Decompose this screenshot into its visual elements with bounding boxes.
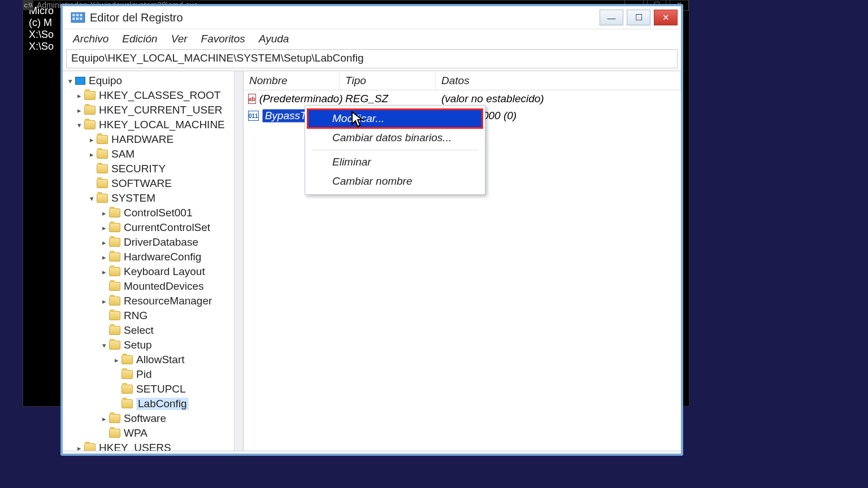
expand-icon[interactable]: ▸ bbox=[100, 209, 108, 217]
expand-icon[interactable]: ▾ bbox=[66, 77, 74, 85]
tree-hkcu[interactable]: HKEY_CURRENT_USER bbox=[99, 104, 223, 116]
tree-pid[interactable]: Pid bbox=[136, 368, 151, 381]
tree-drv[interactable]: DriverDatabase bbox=[124, 236, 198, 249]
titlebar[interactable]: Editor del Registro ― ☐ ✕ bbox=[63, 6, 681, 29]
folder-icon bbox=[97, 194, 108, 203]
folder-icon bbox=[109, 429, 120, 438]
expand-icon[interactable]: ▸ bbox=[100, 253, 108, 262]
menu-favorites[interactable]: Favoritos bbox=[194, 30, 252, 47]
menu-edit[interactable]: Edición bbox=[115, 30, 164, 47]
close-button[interactable]: ✕ bbox=[654, 10, 678, 25]
expand-icon[interactable]: ▸ bbox=[100, 224, 108, 232]
expand-icon[interactable]: ▸ bbox=[100, 238, 108, 247]
tree-software[interactable]: SOFTWARE bbox=[111, 177, 172, 190]
tree-hardware[interactable]: HARDWARE bbox=[111, 133, 173, 146]
tree-scrollbar[interactable] bbox=[234, 71, 243, 451]
expand-icon[interactable]: ▸ bbox=[112, 356, 120, 364]
tree-sel[interactable]: Select bbox=[124, 324, 154, 337]
regedit-window: Editor del Registro ― ☐ ✕ Archivo Edició… bbox=[61, 5, 683, 455]
tree-pane[interactable]: ▾ Equipo ▸HKEY_CLASSES_ROOT ▸HKEY_CURREN… bbox=[63, 71, 244, 451]
tree-sam[interactable]: SAM bbox=[111, 148, 134, 160]
string-value-icon: ab bbox=[248, 94, 256, 104]
tree-hkcr[interactable]: HKEY_CLASSES_ROOT bbox=[99, 89, 220, 102]
folder-icon bbox=[109, 208, 120, 217]
expand-icon[interactable]: ▸ bbox=[75, 106, 83, 115]
tree-security[interactable]: SECURITY bbox=[111, 163, 166, 175]
details-pane[interactable]: Nombre Tipo Datos ab (Predeterminado) RE… bbox=[244, 71, 681, 451]
expand-icon[interactable]: ▸ bbox=[75, 91, 83, 100]
menu-file[interactable]: Archivo bbox=[66, 30, 115, 47]
folder-icon bbox=[109, 311, 120, 320]
tree-setupcl[interactable]: SETUPCL bbox=[136, 383, 186, 395]
svg-rect-5 bbox=[76, 18, 79, 20]
value-data: (valor no establecido) bbox=[436, 93, 681, 105]
folder-icon bbox=[109, 238, 120, 247]
tree-labconfig[interactable]: LabConfig bbox=[136, 398, 189, 410]
folder-icon bbox=[97, 150, 108, 159]
dword-value-icon: 011 bbox=[248, 111, 259, 121]
ctx-binary[interactable]: Cambiar datos binarios... bbox=[307, 128, 483, 147]
folder-icon bbox=[109, 326, 120, 335]
tree-cs001[interactable]: ControlSet001 bbox=[124, 207, 192, 219]
expand-icon[interactable]: ▸ bbox=[100, 415, 108, 423]
expand-icon[interactable]: ▸ bbox=[75, 444, 83, 451]
expand-icon[interactable]: ▸ bbox=[88, 150, 96, 159]
folder-icon bbox=[109, 223, 120, 232]
menu-view[interactable]: Ver bbox=[164, 30, 194, 47]
tree-md[interactable]: MountedDevices bbox=[124, 280, 204, 293]
ctx-delete[interactable]: Eliminar bbox=[307, 152, 483, 172]
tree-kb[interactable]: Keyboard Layout bbox=[124, 265, 205, 278]
tree-hklm[interactable]: HKEY_LOCAL_MACHINE bbox=[99, 119, 225, 131]
ctx-rename[interactable]: Cambiar nombre bbox=[307, 172, 483, 191]
folder-icon bbox=[84, 91, 96, 100]
folder-icon bbox=[109, 252, 120, 262]
svg-rect-3 bbox=[80, 14, 82, 16]
cmd-icon: c:\\ bbox=[23, 0, 33, 10]
tree-software2[interactable]: Software bbox=[124, 412, 166, 425]
expand-icon[interactable]: ▾ bbox=[100, 341, 108, 350]
ctx-modify[interactable]: Modificar... bbox=[307, 109, 483, 128]
svg-rect-6 bbox=[80, 18, 82, 20]
regedit-icon bbox=[71, 10, 85, 25]
tree-rm[interactable]: ResourceManager bbox=[124, 295, 212, 307]
folder-icon bbox=[109, 297, 120, 306]
folder-icon bbox=[121, 385, 133, 394]
menu-help[interactable]: Ayuda bbox=[252, 30, 296, 47]
maximize-button[interactable]: ☐ bbox=[627, 10, 650, 25]
column-headers[interactable]: Nombre Tipo Datos bbox=[244, 71, 681, 90]
expand-icon[interactable]: ▸ bbox=[100, 268, 108, 276]
col-type[interactable]: Tipo bbox=[340, 72, 436, 89]
tree-root[interactable]: Equipo bbox=[89, 75, 122, 87]
menubar: Archivo Edición Ver Favoritos Ayuda bbox=[63, 29, 681, 48]
expand-icon[interactable]: ▾ bbox=[75, 121, 83, 129]
address-bar[interactable]: Equipo\HKEY_LOCAL_MACHINE\SYSTEM\Setup\L… bbox=[66, 49, 678, 68]
folder-icon bbox=[84, 106, 96, 115]
expand-icon[interactable]: ▸ bbox=[88, 136, 96, 144]
ctx-separator bbox=[312, 150, 478, 150]
tree-system[interactable]: SYSTEM bbox=[111, 192, 155, 204]
svg-rect-2 bbox=[76, 14, 79, 16]
tree-hku[interactable]: HKEY_USERS bbox=[99, 442, 171, 451]
context-menu: Modificar... Cambiar datos binarios... E… bbox=[305, 105, 485, 195]
tree-ccs[interactable]: CurrentControlSet bbox=[124, 221, 210, 234]
folder-icon bbox=[121, 399, 133, 408]
svg-rect-1 bbox=[72, 14, 75, 16]
tree-hw[interactable]: HardwareConfig bbox=[124, 251, 201, 263]
tree-setup[interactable]: Setup bbox=[124, 339, 152, 351]
folder-icon bbox=[109, 282, 120, 291]
minimize-button[interactable]: ― bbox=[600, 10, 623, 25]
svg-rect-4 bbox=[72, 18, 75, 20]
tree-rng[interactable]: RNG bbox=[124, 310, 147, 322]
folder-icon bbox=[109, 267, 120, 276]
tree-allowstart[interactable]: AllowStart bbox=[136, 354, 185, 366]
expand-icon[interactable]: ▾ bbox=[88, 194, 96, 203]
tree-wpa[interactable]: WPA bbox=[124, 427, 147, 439]
col-name[interactable]: Nombre bbox=[244, 72, 340, 89]
folder-icon bbox=[109, 414, 120, 423]
expand-icon[interactable]: ▸ bbox=[100, 297, 108, 306]
folder-icon bbox=[84, 120, 96, 129]
col-data[interactable]: Datos bbox=[436, 72, 681, 89]
folder-icon bbox=[121, 355, 133, 364]
value-type: REG_SZ bbox=[340, 93, 436, 105]
folder-icon bbox=[109, 341, 120, 350]
